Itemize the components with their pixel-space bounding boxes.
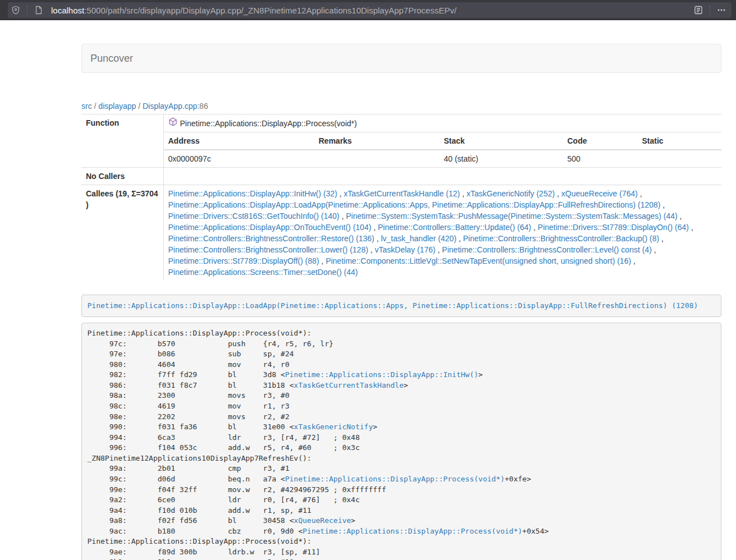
function-info-table: Function Pinetime::Applications::Display… [81,114,721,281]
callee-link[interactable]: Pinetime::Drivers::St7789::DisplayOn() (… [538,223,689,232]
callee-link[interactable]: xTaskGetCurrentTaskHandle (12) [344,189,460,198]
shield-icon[interactable] [8,2,24,18]
callee-link[interactable]: lv_task_handler (420) [381,234,456,243]
browser-toolbar: localhost:5000/path/src/displayapp/Displ… [0,0,736,20]
reader-mode-icon[interactable] [691,2,706,18]
breadcrumb-link-file[interactable]: DisplayApp.cpp [143,102,197,111]
symbol-link[interactable]: xQueueReceive [294,516,351,525]
callee-link[interactable]: Pinetime::Controllers::BrightnessControl… [168,234,374,243]
table-row: Callees (19, Σ=3704 ) Pinetime::Applicat… [81,185,721,281]
symbol-link[interactable]: Pinetime::Applications::DisplayApp::Proc… [285,475,505,483]
column-header-address: Address [164,132,314,150]
remarks-value [314,150,440,167]
function-label: Function [81,114,163,168]
callees-list: Pinetime::Applications::DisplayApp::Init… [163,185,721,281]
callee-link[interactable]: Pinetime::Controllers::BrightnessControl… [168,245,368,254]
breadcrumb-separator: / [94,102,97,111]
callee-link[interactable]: xQueueReceive (764) [561,189,638,198]
table-header-row: Address Remarks Stack Code Static [164,132,722,150]
callee-link[interactable]: Pinetime::Controllers::BrightnessControl… [463,234,659,243]
breadcrumb-separator: / [138,102,140,111]
table-row: Function Pinetime::Applications::Display… [81,114,721,132]
app-navbar: Puncover [81,44,721,73]
address-value: 0x0000097c [164,150,314,167]
callee-link[interactable]: Pinetime::Applications::Screens::Timer::… [168,268,358,277]
url-host: localhost [51,6,84,15]
highlighted-symbol-link[interactable]: Pinetime::Applications::DisplayApp::Load… [88,301,698,310]
symbol-link[interactable]: xTaskGetCurrentTaskHandle [294,381,404,389]
table-row: 0x0000097c 40 (static) 500 [164,150,722,167]
urlbar-divider [27,5,28,15]
symbol-link[interactable]: Pinetime::Applications::DisplayApp::Proc… [303,527,522,535]
column-header-stack: Stack [440,132,563,150]
address-table: Address Remarks Stack Code Static 0x0000… [164,132,722,167]
breadcrumb-link-displayapp[interactable]: displayapp [98,102,136,111]
callee-link[interactable]: Pinetime::Applications::DisplayApp::OnTo… [168,223,372,232]
callee-link[interactable]: Pinetime::Components::LittleVgl::SetNewT… [326,256,631,265]
function-name: Pinetime::Applications::DisplayApp::Proc… [180,118,357,129]
symbol-link[interactable]: Pinetime::Applications::DisplayApp::Init… [285,370,478,379]
no-callers-label: No Callers [81,168,163,185]
breadcrumb: src / displayapp / DisplayApp.cpp:86 [81,102,721,111]
table-row: Address Remarks Stack Code Static 0x0000… [81,132,721,168]
breadcrumb-link-src[interactable]: src [81,102,92,111]
cube-icon [168,117,177,129]
callee-link[interactable]: Pinetime::Controllers::Battery::Update()… [378,223,531,232]
column-header-static: Static [638,132,722,150]
menu-dots-icon[interactable] [714,2,729,18]
page-icon[interactable] [31,2,47,18]
callee-link[interactable]: vTaskDelay (176) [375,245,436,254]
code-value: 500 [563,150,638,167]
url-path: :5000/path/src/displayapp/DisplayApp.cpp… [84,6,456,15]
static-value [638,150,722,167]
urlbar-divider-2 [710,5,710,15]
highlighted-symbol-box: Pinetime::Applications::DisplayApp::Load… [81,295,721,317]
symbol-link[interactable]: xTaskGenericNotify [294,423,373,431]
disassembly-block: Pinetime::Applications::DisplayApp::Proc… [81,323,721,560]
callee-link[interactable]: Pinetime::Drivers::St7789::DisplayOff() … [168,256,319,265]
column-header-remarks: Remarks [314,132,440,150]
callee-link[interactable]: Pinetime::Drivers::Cst816S::GetTouchInfo… [168,212,340,221]
callee-link[interactable]: xTaskGenericNotify (252) [467,189,555,198]
breadcrumb-line-number: :86 [197,102,208,111]
table-row: No Callers [81,168,721,185]
brand-link[interactable]: Puncover [82,53,141,65]
callees-label: Callees (19, Σ=3704 ) [81,185,163,281]
callee-link[interactable]: Pinetime::Applications::DisplayApp::Init… [168,189,337,198]
stack-value: 40 (static) [440,150,563,167]
page-container: Puncover src / displayapp / DisplayApp.c… [81,44,721,560]
callee-link[interactable]: Pinetime::System::SystemTask::PushMessag… [346,212,678,221]
callee-link[interactable]: Pinetime::Applications::DisplayApp::Load… [168,200,661,209]
column-header-code: Code [563,132,638,150]
url-bar[interactable]: localhost:5000/path/src/displayapp/Displ… [8,2,732,18]
callee-link[interactable]: Pinetime::Controllers::BrightnessControl… [442,245,651,254]
url-text[interactable]: localhost:5000/path/src/displayapp/Displ… [51,6,691,15]
